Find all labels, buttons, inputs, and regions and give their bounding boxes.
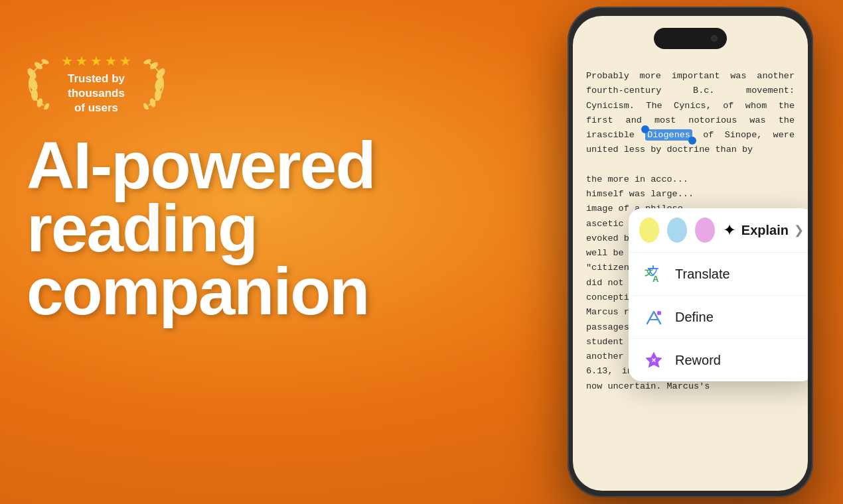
chevron-down-icon: ❯ — [794, 223, 804, 237]
define-label: Define — [675, 310, 714, 325]
popup-top-row: ✦ Explain ❯ — [629, 208, 808, 253]
svg-point-3 — [33, 61, 44, 71]
laurel-right-svg — [131, 59, 166, 109]
color-yellow[interactable] — [639, 218, 659, 243]
highlighted-word: Diogenes — [645, 129, 692, 141]
selection-handle-left — [641, 125, 649, 133]
trust-text: Trusted bythousandsof users — [68, 72, 125, 115]
phone-screen: Probably more important was another four… — [573, 16, 808, 491]
translate-icon: 文 A — [642, 262, 666, 286]
svg-point-6 — [42, 102, 50, 109]
explain-row[interactable]: ✦ Explain ❯ — [723, 221, 804, 239]
translate-menu-item[interactable]: 文 A Translate — [629, 253, 808, 296]
translate-label: Translate — [675, 267, 730, 282]
reword-icon — [642, 348, 666, 372]
hero-line-2: reading — [27, 197, 451, 260]
color-blue[interactable] — [667, 218, 687, 243]
dynamic-island — [654, 28, 727, 49]
hero-line-1: AI-powered — [27, 134, 451, 197]
selection-handle-right — [688, 137, 696, 145]
trust-badge: ★ ★ ★ ★ ★ Trusted bythousandsof users — [27, 53, 451, 115]
hero-line-3: companion — [27, 260, 451, 323]
star-1: ★ — [61, 53, 73, 69]
color-purple[interactable] — [695, 218, 715, 243]
reword-label: Reword — [675, 353, 721, 368]
laurel-left-svg — [27, 59, 61, 109]
reword-menu-item[interactable]: Reword — [629, 339, 808, 381]
svg-point-13 — [142, 102, 149, 109]
sparkle-icon: ✦ — [723, 221, 736, 239]
define-menu-item[interactable]: Define — [629, 296, 808, 339]
left-content: ★ ★ ★ ★ ★ Trusted bythousandsof users — [27, 53, 451, 323]
star-3: ★ — [90, 53, 102, 69]
hero-title: AI-powered reading companion — [27, 134, 451, 323]
phone-container: Probably more important was another four… — [551, 7, 830, 504]
explain-label: Explain — [741, 223, 789, 238]
popup-menu: ✦ Explain ❯ 文 A — [629, 208, 808, 381]
star-2: ★ — [76, 53, 88, 69]
camera-dot — [711, 35, 718, 42]
phone-frame: Probably more important was another four… — [568, 7, 813, 497]
svg-point-10 — [149, 61, 159, 71]
define-icon — [642, 305, 666, 329]
star-5: ★ — [119, 53, 131, 69]
star-4: ★ — [105, 53, 117, 69]
